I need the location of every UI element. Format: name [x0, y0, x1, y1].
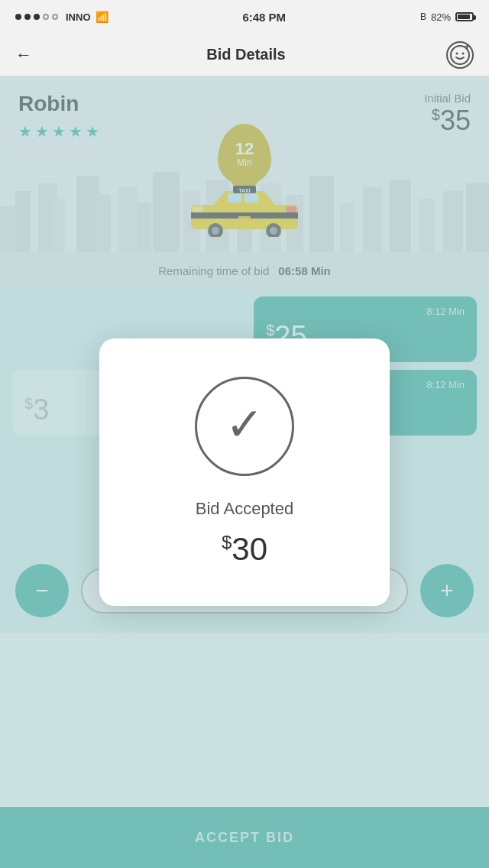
back-button[interactable]: ← — [15, 45, 46, 65]
carrier-label: INNO — [66, 11, 91, 23]
add-driver-button[interactable]: + — [446, 41, 474, 69]
status-bar: INNO 📶 6:48 PM B 82% — [0, 0, 489, 34]
bid-accepted-modal: ✓ Bid Accepted $30 — [99, 338, 390, 606]
modal-overlay: ✓ Bid Accepted $30 — [0, 76, 489, 868]
modal-dollar: $ — [222, 532, 232, 552]
status-left: INNO 📶 — [15, 11, 108, 23]
battery-icon — [455, 12, 474, 21]
battery-label: 82% — [431, 11, 451, 23]
svg-point-1 — [455, 52, 458, 54]
nav-bar: ← Bid Details + — [0, 34, 489, 76]
status-right: B 82% — [420, 11, 474, 23]
page-title: Bid Details — [206, 46, 285, 63]
status-time: 6:48 PM — [242, 11, 286, 24]
signal-icon — [15, 14, 58, 20]
bid-accepted-label: Bid Accepted — [196, 499, 293, 519]
svg-text:+: + — [465, 44, 470, 52]
main-content: Robin ★ ★ ★ ★ ★ Initial Bid $35 12 Min — [0, 76, 489, 868]
checkmark-icon: ✓ — [225, 402, 264, 448]
modal-amount-value: 30 — [232, 531, 267, 567]
svg-point-2 — [461, 52, 464, 54]
modal-amount: $30 — [222, 531, 267, 568]
checkmark-circle: ✓ — [195, 377, 294, 476]
bluetooth-icon: B — [420, 11, 426, 22]
wifi-icon: 📶 — [96, 11, 108, 23]
add-driver-icon: + — [446, 41, 474, 69]
